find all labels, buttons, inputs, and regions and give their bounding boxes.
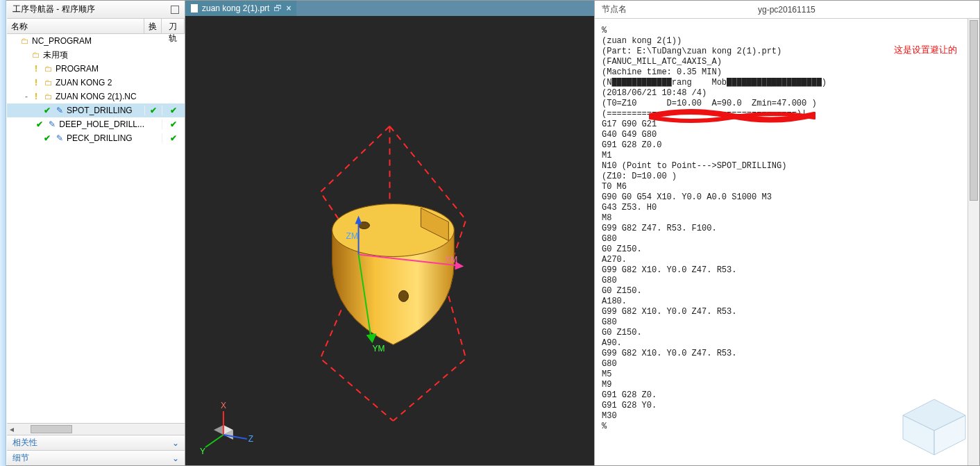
svg-line-14 (205, 435, 223, 447)
triad-x-label: X (221, 401, 226, 410)
scroll-thumb[interactable] (31, 425, 72, 433)
axis-xm-label: XM (445, 255, 457, 265)
section-detail[interactable]: 细节 ⌄ (7, 450, 185, 465)
annotation-text: 这是设置避让的 (894, 44, 957, 56)
tree-row-label: ZUAN KONG 2(1).NC (56, 92, 137, 101)
chevron-down-icon: ⌄ (172, 453, 179, 463)
tree-row-label: PROGRAM (56, 64, 99, 74)
tree-row-label: NC_PROGRAM (32, 36, 92, 46)
svg-marker-12 (214, 425, 223, 435)
nc-code-listing[interactable]: % (zuan kong 2(1)) (Part: E:\TuDang\zuan… (602, 26, 971, 432)
section-detail-label: 细节 (12, 452, 29, 464)
tree-row[interactable]: ✔✎DEEP_HOLE_DRILL...✔ (7, 117, 185, 131)
3d-viewport[interactable]: ZM XM YM X Y Z (185, 16, 594, 465)
operation-tree[interactable]: 🗀NC_PROGRAM🗀未用项!🗀PROGRAM!🗀ZUAN KONG 2-!🗀… (7, 34, 185, 423)
triad-y-label: Y (200, 447, 205, 456)
svg-marker-9 (366, 333, 377, 343)
right-header: 节点名 yg-pc20161115 (595, 1, 979, 19)
viewport-svg: ZM XM YM X Y Z (185, 16, 594, 465)
horizontal-scrollbar[interactable]: ◂ (7, 423, 185, 435)
document-tab-bar: zuan kong 2(1).prt 🗗 × (185, 1, 594, 16)
section-related-label: 相关性 (12, 437, 37, 449)
tree-row[interactable]: 🗀未用项 (7, 48, 185, 62)
node-name-value: yg-pc20161115 (751, 5, 979, 15)
svg-point-3 (398, 290, 408, 301)
column-dao[interactable]: 刀轨 (162, 19, 185, 33)
triad-z-label: Z (248, 434, 253, 444)
svg-line-15 (223, 435, 247, 439)
watermark-icon (896, 396, 972, 458)
check-icon: ✔ (170, 106, 177, 115)
viewport-panel: zuan kong 2(1).prt 🗗 × (185, 1, 594, 465)
tree-row[interactable]: ✔✎PECK_DRILLING✔ (7, 131, 185, 145)
tab-label: zuan kong 2(1).prt (202, 3, 269, 13)
panel-title-bar: 工序导航器 - 程序顺序 (7, 1, 185, 19)
panel-title-text: 工序导航器 - 程序顺序 (12, 3, 95, 15)
tree-row-label: SPOT_DRILLING (67, 106, 133, 115)
left-gutter (0, 0, 6, 466)
column-huan[interactable]: 换 (144, 19, 162, 33)
part-model (332, 204, 455, 345)
view-triad[interactable]: X Y Z (200, 401, 253, 456)
close-icon[interactable]: × (286, 3, 291, 13)
chevron-down-icon: ⌄ (172, 438, 179, 448)
nc-output-panel: 节点名 yg-pc20161115 这是设置避让的 % (zuan kong 2… (594, 1, 979, 465)
tree-row-label: DEEP_HOLE_DRILL... (59, 119, 144, 129)
tree-row[interactable]: ✔✎SPOT_DRILLING✔✔ (7, 103, 185, 117)
check-icon: ✔ (170, 119, 177, 129)
tree-row[interactable]: -!🗀ZUAN KONG 2(1).NC (7, 90, 185, 103)
pin-icon[interactable] (171, 6, 179, 14)
nc-code-area[interactable]: 这是设置避让的 % (zuan kong 2(1)) (Part: E:\TuD… (595, 19, 979, 465)
axis-ym-label: YM (373, 344, 385, 353)
red-scribble-icon (649, 109, 816, 123)
tree-row[interactable]: !🗀PROGRAM (7, 62, 185, 76)
column-name[interactable]: 名称 (7, 19, 144, 33)
node-name-label: 节点名 (595, 3, 751, 15)
tree-row-label: ZUAN KONG 2 (56, 78, 112, 88)
document-tab[interactable]: zuan kong 2(1).prt 🗗 × (185, 1, 296, 16)
axis-zm-label: ZM (346, 232, 358, 242)
tree-row-label: 未用项 (43, 49, 68, 61)
tree-column-headers: 名称 换 刀轨 (7, 19, 185, 34)
tree-row[interactable]: !🗀ZUAN KONG 2 (7, 76, 185, 90)
document-icon (191, 4, 198, 13)
tree-twist-icon[interactable]: - (22, 92, 31, 101)
save-icon[interactable]: 🗗 (273, 3, 282, 13)
tree-row-label: PECK_DRILLING (67, 133, 133, 143)
operation-navigator-panel: 工序导航器 - 程序顺序 名称 换 刀轨 🗀NC_PROGRAM🗀未用项!🗀PR… (1, 1, 185, 465)
vertical-scrollbar[interactable] (968, 19, 979, 465)
app-root: 工序导航器 - 程序顺序 名称 换 刀轨 🗀NC_PROGRAM🗀未用项!🗀PR… (0, 0, 980, 466)
check-icon: ✔ (150, 106, 157, 115)
tree-row[interactable]: 🗀NC_PROGRAM (7, 34, 185, 48)
scroll-thumb[interactable] (970, 20, 978, 201)
check-icon: ✔ (170, 133, 177, 143)
section-related[interactable]: 相关性 ⌄ (7, 435, 185, 450)
